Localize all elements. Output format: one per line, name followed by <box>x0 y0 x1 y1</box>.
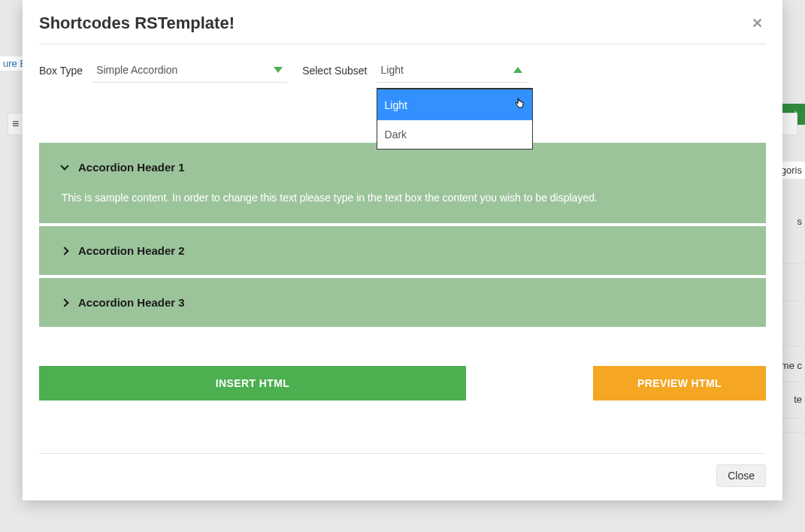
box-type-label: Box Type <box>39 65 83 77</box>
dropdown-option-label: Dark <box>385 128 407 141</box>
modal-header: Shortcodes RSTemplate! ✕ <box>39 14 766 44</box>
accordion-title: Accordion Header 2 <box>78 244 185 257</box>
accordion-item-3: Accordion Header 3 <box>39 278 766 327</box>
chevron-up-icon <box>513 67 522 73</box>
accordion-header-2[interactable]: Accordion Header 2 <box>39 226 766 275</box>
dropdown-option-dark[interactable]: Dark <box>377 120 532 149</box>
dropdown-option-light[interactable]: Light <box>377 89 532 120</box>
box-type-value: Simple Accordion <box>96 64 177 76</box>
pointer-cursor-icon <box>514 98 525 112</box>
subset-label: Select Subset <box>302 65 367 77</box>
shortcodes-modal: Shortcodes RSTemplate! ✕ Box Type Simple… <box>23 0 782 500</box>
modal-footer: Close <box>39 453 766 487</box>
subset-dropdown: Light Dark <box>377 88 533 150</box>
chevron-right-icon <box>60 298 68 307</box>
box-type-select[interactable]: Simple Accordion <box>92 58 287 83</box>
accordion-title: Accordion Header 3 <box>78 296 185 309</box>
chevron-right-icon <box>60 246 68 255</box>
accordion-item-2: Accordion Header 2 <box>39 226 766 278</box>
preview-html-button[interactable]: PREVIEW HTML <box>593 366 766 401</box>
chevron-down-icon <box>274 67 283 73</box>
chevron-down-icon <box>60 162 68 170</box>
bg-text-fragment: te <box>791 391 805 408</box>
insert-html-button[interactable]: INSERT HTML <box>39 366 466 401</box>
close-icon[interactable]: ✕ <box>749 15 766 32</box>
bg-text-fragment: s <box>794 213 806 230</box>
preview-area: Accordion Header 1 This is sample conten… <box>39 143 766 327</box>
box-type-select-wrap: Simple Accordion <box>92 58 287 83</box>
subset-select-wrap: Light Light Dark <box>377 58 527 83</box>
page-title: Shortcodes RSTemplate! <box>39 14 235 33</box>
action-bar: INSERT HTML PREVIEW HTML <box>39 366 766 401</box>
close-button[interactable]: Close <box>716 464 766 487</box>
accordion-content: This is sample content. In order to chan… <box>39 192 766 223</box>
dropdown-option-label: Light <box>385 99 407 111</box>
form-row: Box Type Simple Accordion Select Subset … <box>39 44 766 90</box>
subset-value: Light <box>381 64 404 76</box>
accordion: Accordion Header 1 This is sample conten… <box>39 143 766 327</box>
align-icon: ≡ <box>12 117 19 131</box>
accordion-header-3[interactable]: Accordion Header 3 <box>39 278 766 327</box>
accordion-item-1: Accordion Header 1 This is sample conten… <box>39 143 766 226</box>
accordion-header-1[interactable]: Accordion Header 1 <box>39 143 766 192</box>
subset-select[interactable]: Light <box>377 58 527 83</box>
accordion-title: Accordion Header 1 <box>78 161 185 174</box>
